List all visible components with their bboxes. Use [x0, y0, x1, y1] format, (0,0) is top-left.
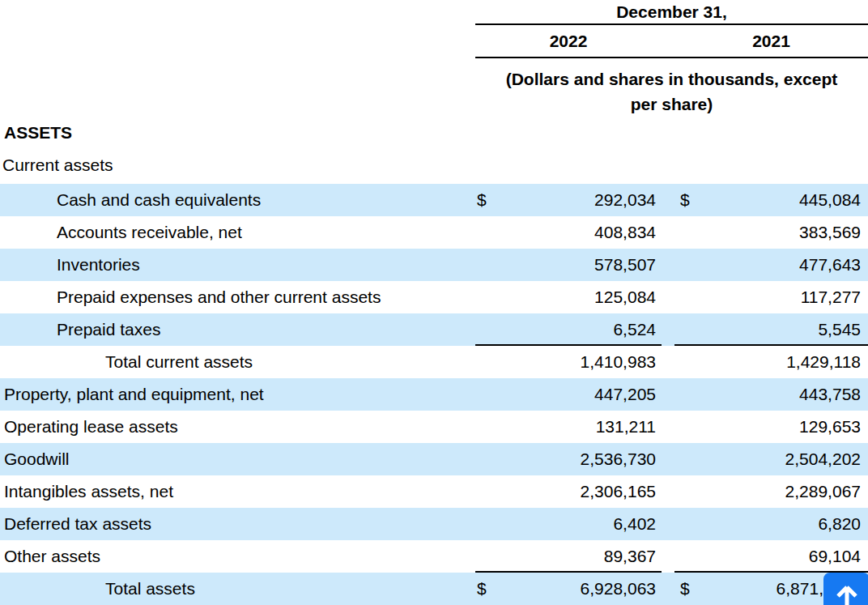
amount-2022: 292,034	[487, 184, 656, 216]
amount-2022: 125,084	[477, 281, 656, 313]
value-cell-2021: 129,653	[674, 411, 868, 443]
balance-sheet-page: December 31, 2022 2021 (Dollars and shar…	[0, 0, 868, 605]
table-row: Intangibles assets, net2,306,1652,289,06…	[0, 475, 868, 508]
row-label: Total assets	[0, 573, 453, 605]
row-label: Total current assets	[0, 346, 453, 378]
value-cell-2022: 447,205	[475, 378, 662, 411]
amount-2021: 477,643	[680, 249, 861, 281]
row-label: Intangibles assets, net	[0, 475, 453, 508]
amount-2022: 578,507	[477, 249, 656, 281]
value-cell-2021: 5,545	[674, 313, 868, 346]
table-row: Property, plant and equipment, net447,20…	[0, 378, 868, 411]
row-label: Prepaid taxes	[0, 313, 453, 346]
table-row: Other assets89,36769,104	[0, 540, 868, 573]
amount-2021: 383,569	[680, 216, 861, 249]
row-label: Accounts receivable, net	[0, 216, 453, 249]
value-cell-2022: $6,928,063	[475, 573, 662, 605]
scroll-to-top-button[interactable]	[823, 573, 868, 605]
value-cell-2021: 6,820	[674, 508, 868, 540]
value-cell-2022: 89,367	[475, 540, 662, 573]
value-cell-2022: 131,211	[475, 411, 662, 443]
row-label: Inventories	[0, 249, 453, 281]
units-note-line1: (Dollars and shares in thousands, except	[475, 66, 868, 92]
amount-2021: 2,504,202	[680, 443, 861, 475]
value-cell-2022: $292,034	[475, 184, 662, 216]
amount-2021: 6,871,	[690, 573, 823, 605]
column-header-2022: 2022	[475, 27, 662, 56]
row-label: Deferred tax assets	[0, 508, 453, 540]
amount-2021: 117,277	[680, 281, 861, 313]
value-cell-2022: 6,402	[475, 508, 662, 540]
amount-2022: 6,928,063	[487, 573, 656, 605]
table-row: Total current assets1,410,9831,429,118	[0, 346, 868, 378]
assets-table: Cash and cash equivalents$292,034$445,08…	[0, 184, 868, 605]
table-row: Prepaid expenses and other current asset…	[0, 281, 868, 313]
units-note-line2: per share)	[475, 92, 868, 117]
value-cell-2021: 117,277	[674, 281, 868, 313]
assets-section-heading: ASSETS	[4, 123, 72, 143]
table-row: Prepaid taxes6,5245,545	[0, 313, 868, 346]
currency-symbol: $	[680, 184, 690, 216]
amount-2022: 2,306,165	[477, 475, 656, 508]
amount-2022: 2,536,730	[477, 443, 656, 475]
value-cell-2021: 477,643	[674, 249, 868, 281]
table-row: Inventories578,507477,643	[0, 249, 868, 281]
amount-2021: 69,104	[680, 540, 861, 571]
amount-2021: 129,653	[680, 411, 861, 443]
amount-2021: 2,289,067	[680, 475, 861, 508]
header-rule-bottom	[475, 57, 868, 58]
row-label: Prepaid expenses and other current asset…	[0, 281, 453, 313]
amount-2021: 445,084	[690, 184, 861, 216]
amount-2021: 443,758	[680, 378, 861, 411]
value-cell-2021: $445,084	[674, 184, 868, 216]
current-assets-heading: Current assets	[2, 156, 113, 175]
units-note: (Dollars and shares in thousands, except…	[475, 66, 868, 117]
amount-2021: 5,545	[680, 313, 861, 344]
value-cell-2022: 578,507	[475, 249, 662, 281]
amount-2022: 1,410,983	[477, 346, 656, 378]
value-cell-2021: 443,758	[674, 378, 868, 411]
amount-2021: 6,820	[680, 508, 861, 540]
value-cell-2022: 2,536,730	[475, 443, 662, 475]
table-row: Goodwill2,536,7302,504,202	[0, 443, 868, 475]
value-cell-2022: 6,524	[475, 313, 662, 346]
table-row: Deferred tax assets6,4026,820	[0, 508, 868, 540]
row-label: Goodwill	[0, 443, 453, 475]
value-cell-2022: 408,834	[475, 216, 662, 249]
row-label: Operating lease assets	[0, 411, 453, 443]
value-cell-2021: 69,104	[674, 540, 868, 573]
currency-symbol: $	[477, 184, 487, 216]
column-header-2021: 2021	[674, 27, 868, 56]
row-label: Property, plant and equipment, net	[0, 378, 453, 411]
value-cell-2021: 2,504,202	[674, 443, 868, 475]
header-rule-top	[475, 23, 868, 25]
amount-2022: 6,402	[477, 508, 656, 540]
value-cell-2022: 1,410,983	[475, 346, 662, 378]
table-row: Accounts receivable, net408,834383,569	[0, 216, 868, 249]
date-heading: December 31,	[475, 0, 868, 23]
row-label: Other assets	[0, 540, 453, 573]
table-row: Cash and cash equivalents$292,034$445,08…	[0, 184, 868, 216]
currency-symbol: $	[680, 573, 690, 605]
amount-2022: 447,205	[477, 378, 656, 411]
value-cell-2022: 125,084	[475, 281, 662, 313]
table-row: Total assets$6,928,063$6,871,	[0, 573, 868, 605]
amount-2022: 6,524	[477, 313, 656, 344]
amount-2021: 1,429,118	[680, 346, 861, 378]
amount-2022: 89,367	[477, 540, 656, 571]
value-cell-2021: 1,429,118	[674, 346, 868, 378]
amount-2022: 408,834	[477, 216, 656, 249]
row-label: Cash and cash equivalents	[0, 184, 453, 216]
arrow-up-icon	[833, 582, 861, 605]
value-cell-2022: 2,306,165	[475, 475, 662, 508]
value-cell-2021: 2,289,067	[674, 475, 868, 508]
currency-symbol: $	[477, 573, 487, 605]
amount-2022: 131,211	[477, 411, 656, 443]
table-row: Operating lease assets131,211129,653	[0, 411, 868, 443]
value-cell-2021: 383,569	[674, 216, 868, 249]
